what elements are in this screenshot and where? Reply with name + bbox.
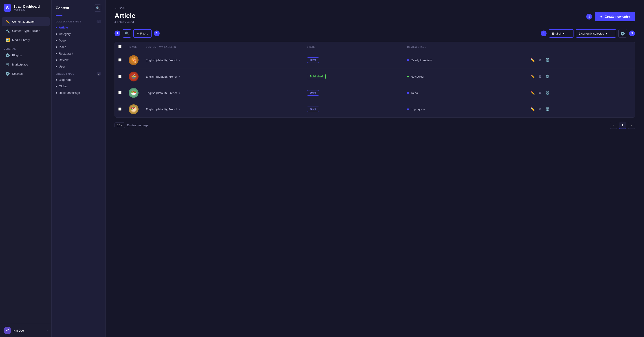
select-all-checkbox[interactable] [118, 45, 122, 48]
sidebar-item-content-type-builder[interactable]: 🔧 Content-Type Builder [2, 26, 50, 35]
collapse-icon[interactable]: ‹ [47, 329, 48, 332]
sidebar-item-media-library[interactable]: 🖼️ Media Library [2, 36, 50, 44]
sidebar: S Strapi Dashboard Workplace ✏️ Content … [0, 0, 52, 337]
row-checkbox[interactable] [118, 91, 122, 94]
edit-button[interactable]: ✏️ [530, 74, 536, 79]
edit-button[interactable]: ✏️ [530, 57, 536, 63]
collection-item-restaurant[interactable]: Restaurant [52, 50, 105, 57]
collection-item-review[interactable]: Review [52, 57, 105, 63]
next-page-button[interactable]: › [628, 122, 635, 129]
prev-page-button[interactable]: ‹ [610, 122, 617, 129]
collection-item-article[interactable]: Article [52, 24, 105, 31]
sidebar-item-label: Content-Type Builder [12, 29, 40, 32]
sidebar-item-settings[interactable]: ⚙️ Settings [2, 69, 50, 78]
sidebar-item-label: Marketplace [12, 63, 28, 66]
table-row: 🍲 English (default), French ▾ Published … [115, 68, 635, 85]
duplicate-button[interactable]: ⧉ [538, 74, 542, 79]
user-name: Kai Doe [14, 329, 24, 332]
columns-select[interactable]: 1 currently selected ▾ [576, 29, 616, 38]
sidebar-item-plugins[interactable]: ⚙️ Plugins [2, 51, 50, 60]
table-row: 🥙 English (default), French ▾ Draft In p… [115, 101, 635, 118]
state-badge: Draft [307, 107, 319, 112]
chevron-down-icon: ▾ [563, 32, 564, 35]
create-entry-button[interactable]: ＋ Create new entry [595, 12, 635, 21]
single-types-badge: 3 [96, 72, 101, 76]
collection-item-global[interactable]: Global [52, 83, 105, 89]
sidebar-item-label: Plugins [12, 54, 22, 57]
page-header: Article 4 entries found 1 ＋ Create new e… [114, 12, 635, 24]
collection-item-category[interactable]: Category [52, 31, 105, 37]
single-types-label: SINGLE TYPES 3 [52, 70, 105, 76]
middle-title: Content [56, 6, 69, 10]
row-checkbox[interactable] [118, 75, 122, 78]
sidebar-item-label: Content Manager [12, 20, 34, 23]
sidebar-item-marketplace[interactable]: 🛒 Marketplace [2, 60, 50, 69]
filter-badge-5: 5 [629, 30, 635, 36]
review-stage: To do [407, 91, 522, 95]
row-checkbox[interactable] [118, 107, 122, 111]
collection-item-user[interactable]: User [52, 63, 105, 70]
dot-icon [56, 92, 57, 94]
row-image: 🍲 [129, 72, 138, 81]
app-sub: Workplace [14, 8, 40, 11]
chevron-down-icon[interactable]: ▾ [179, 108, 180, 111]
sidebar-item-label: Media Library [12, 38, 30, 42]
dot-icon [56, 40, 57, 41]
back-link[interactable]: ← Back [114, 6, 635, 10]
row-checkbox[interactable] [118, 58, 122, 61]
search-icon: 🔍 [125, 31, 129, 35]
filter-icon: ≡ [137, 32, 139, 35]
state-badge: Draft [307, 57, 319, 63]
delete-button[interactable]: 🗑️ [544, 57, 550, 63]
filter-badge-4: 4 [541, 30, 546, 36]
collection-types-label: COLLECTION TYPES 7 [52, 17, 105, 24]
lang-availability: English (default), French ▾ [146, 58, 300, 62]
state-badge: Draft [307, 90, 319, 96]
lang-availability: English (default), French ▾ [146, 91, 300, 95]
entries-count: 4 entries found [114, 20, 136, 24]
chevron-down-icon[interactable]: ▾ [179, 91, 180, 94]
edit-button[interactable]: ✏️ [530, 106, 536, 112]
gear-icon: ⚙️ [620, 31, 625, 36]
language-select[interactable]: English ▾ [549, 29, 574, 38]
per-page-button[interactable]: 10 ▾ [114, 122, 125, 128]
duplicate-button[interactable]: ⧉ [538, 57, 542, 63]
row-actions: ✏️ ⧉ 🗑️ [530, 57, 631, 63]
row-actions: ✏️ ⧉ 🗑️ [530, 74, 631, 79]
content-manager-icon: ✏️ [6, 19, 10, 24]
collection-item-place[interactable]: Place [52, 44, 105, 50]
plugins-icon: ⚙️ [6, 53, 10, 57]
main-content: ← Back Article 4 entries found 1 ＋ Creat… [106, 0, 644, 337]
chevron-down-icon[interactable]: ▾ [179, 59, 180, 62]
page-title: Article [114, 12, 136, 19]
edit-button[interactable]: ✏️ [530, 90, 536, 96]
search-filter-button[interactable]: 🔍 [122, 29, 131, 38]
collection-item-page[interactable]: Page [52, 37, 105, 44]
pagination-bar: 10 ▾ Entries per page ‹ 1 › [114, 122, 635, 129]
dot-icon [56, 46, 57, 48]
delete-button[interactable]: 🗑️ [544, 90, 550, 96]
stage-dot-icon [407, 92, 409, 94]
settings-icon: ⚙️ [6, 72, 10, 76]
chevron-down-icon[interactable]: ▾ [179, 75, 180, 78]
collection-item-blogpage[interactable]: BlogPage [52, 76, 105, 83]
middle-search-button[interactable]: 🔍 [94, 4, 101, 12]
per-page-select: 10 ▾ Entries per page [114, 122, 148, 128]
delete-button[interactable]: 🗑️ [544, 106, 550, 112]
dot-icon [56, 79, 57, 80]
delete-button[interactable]: 🗑️ [544, 74, 550, 79]
col-image: IMAGE [125, 42, 142, 52]
review-stage: Ready to review [407, 58, 522, 62]
collection-item-restaurantpage[interactable]: RestaurantPage [52, 89, 105, 96]
marketplace-icon: 🛒 [6, 62, 10, 67]
duplicate-button[interactable]: ⧉ [538, 90, 542, 96]
filters-button[interactable]: ≡ Filters [134, 29, 152, 38]
duplicate-button[interactable]: ⧉ [538, 106, 542, 112]
col-state: STATE [303, 42, 404, 52]
sidebar-item-content-manager[interactable]: ✏️ Content Manager [2, 17, 50, 26]
brand-icon: S [4, 4, 11, 12]
table-row: 🥗 English (default), French ▾ Draft To d… [115, 85, 635, 101]
middle-divider [56, 15, 62, 16]
table-settings-button[interactable]: ⚙️ [618, 29, 627, 38]
current-page: 1 [619, 122, 626, 129]
